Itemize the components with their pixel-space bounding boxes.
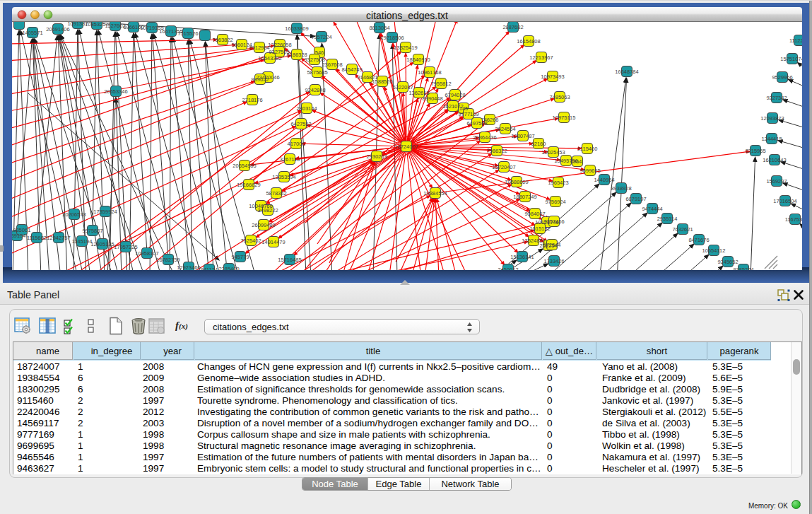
svg-text:3624554: 3624554 [495,126,515,132]
svg-text:7632621: 7632621 [672,226,693,233]
svg-text:9975887: 9975887 [82,228,102,234]
svg-text:18724007: 18724007 [394,144,418,150]
svg-text:2718176: 2718176 [242,97,262,103]
svg-text:19384554: 19384554 [423,190,447,197]
svg-text:16543382: 16543382 [258,55,281,62]
svg-text:10688609: 10688609 [505,179,528,185]
svg-text:1527602: 1527602 [105,23,125,29]
svg-text:20654985: 20654985 [233,163,256,169]
svg-text:20691406: 20691406 [46,26,69,33]
svg-text:12093873: 12093873 [760,115,784,122]
svg-text:2935114: 2935114 [657,216,678,222]
svg-text:6879197: 6879197 [625,196,646,202]
svg-text:1167534: 1167534 [785,216,802,223]
svg-text:26099489: 26099489 [252,222,275,228]
svg-text:15136141: 15136141 [510,254,534,260]
svg-text:9699695: 9699695 [579,168,600,174]
svg-text:939154: 939154 [12,233,26,239]
svg-text:17359924: 17359924 [93,209,117,215]
svg-text:10025453: 10025453 [541,149,565,156]
svg-text:3498222: 3498222 [257,207,278,214]
svg-text:16154808: 16154808 [517,38,540,45]
svg-text:546: 546 [315,49,324,56]
svg-text:1965423: 1965423 [548,180,568,186]
svg-text:20364436: 20364436 [473,134,496,141]
svg-text:9785224: 9785224 [733,267,753,270]
svg-text:8912954: 8912954 [249,45,269,51]
svg-text:1588520: 1588520 [372,78,392,85]
svg-text:18807249: 18807249 [513,194,536,200]
svg-text:62160: 62160 [531,141,546,147]
svg-text:2367608: 2367608 [322,62,342,68]
svg-text:6427552: 6427552 [290,121,311,127]
svg-text:8938928: 8938928 [611,185,631,192]
svg-text:15720407: 15720407 [492,164,515,170]
svg-text:7663822: 7663822 [212,37,233,43]
svg-text:1115682: 1115682 [27,235,47,241]
svg-text:8990448: 8990448 [422,95,442,102]
svg-text:5878342: 5878342 [266,190,286,197]
svg-text:6794028: 6794028 [445,92,465,98]
svg-text:9474444: 9474444 [642,206,662,212]
svg-text:15751074: 15751074 [780,56,802,62]
svg-text:7485063: 7485063 [549,94,570,100]
svg-text:10654112: 10654112 [702,247,726,254]
svg-text:9227342: 9227342 [766,95,787,101]
svg-text:17016504: 17016504 [773,198,796,204]
svg-text:1569297: 1569297 [766,178,787,185]
svg-text:8813054: 8813054 [369,25,389,31]
svg-text:12923466: 12923466 [177,264,200,270]
svg-text:9756924: 9756924 [545,199,565,205]
svg-text:8471676: 8471676 [688,237,709,243]
svg-text:1145194: 1145194 [72,238,93,245]
svg-text:8215955: 8215955 [745,148,765,154]
svg-text:1440954: 1440954 [594,177,614,183]
svg-text:20206578: 20206578 [62,211,86,218]
svg-text:10961768: 10961768 [418,69,441,76]
svg-text:9757466: 9757466 [543,218,564,225]
svg-text:835061: 835061 [13,227,30,233]
svg-text:16210643: 16210643 [763,157,786,163]
svg-text:16648784: 16648784 [615,69,638,75]
svg-text:9245652: 9245652 [717,259,738,265]
svg-text:1244415: 1244415 [761,136,782,142]
svg-text:1112263: 1112263 [789,37,802,44]
svg-text:13325419: 13325419 [394,45,417,51]
svg-text:16782759: 16782759 [156,257,180,263]
svg-text:5875685: 5875685 [307,69,327,76]
svg-text:972544: 972544 [543,242,560,248]
svg-text:20653346: 20653346 [104,88,127,95]
svg-text:1615132: 1615132 [529,226,550,232]
svg-text:941124: 941124 [201,267,218,270]
svg-text:12905135: 12905135 [90,241,114,247]
svg-text:7357224: 7357224 [311,34,331,40]
svg-text:15716485: 15716485 [278,257,301,263]
svg-text:9529966: 9529966 [772,74,792,81]
svg-text:9115460: 9115460 [577,146,598,152]
svg-text:10807487: 10807487 [511,133,534,139]
svg-text:10958107: 10958107 [135,250,158,257]
svg-text:19166829: 19166829 [237,182,260,188]
svg-text:12975115: 12975115 [553,115,576,121]
svg-text:6497568: 6497568 [466,120,487,127]
svg-text:417006: 417006 [287,141,305,147]
svg-text:9242848: 9242848 [305,87,325,93]
svg-text:9084067: 9084067 [524,211,545,217]
svg-text:2803144: 2803144 [296,105,317,112]
svg-text:2887682: 2887682 [502,24,523,30]
svg-text:1405571: 1405571 [22,30,42,36]
svg-text:7515526: 7515526 [177,30,198,37]
svg-text:12213967: 12213967 [529,54,553,61]
svg-text:19218506: 19218506 [380,35,404,41]
svg-text:7625402: 7625402 [240,238,261,244]
svg-text:7955812: 7955812 [430,81,451,87]
svg-text:13353594: 13353594 [272,174,295,180]
svg-text:8454749: 8454749 [341,66,362,73]
svg-text:2285400: 2285400 [218,266,239,270]
svg-text:7986322: 7986322 [486,148,507,154]
svg-text:14914479: 14914479 [261,239,285,245]
svg-text:964: 964 [573,158,582,165]
svg-text:3267110: 3267110 [280,156,300,163]
svg-text:2930203: 2930203 [366,153,387,160]
svg-text:945779: 945779 [231,254,249,260]
